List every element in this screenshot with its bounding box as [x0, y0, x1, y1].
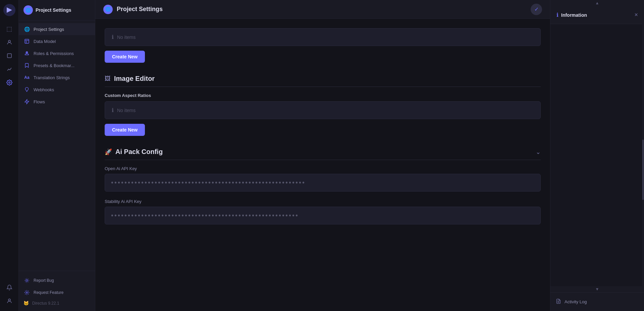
svg-point-9: [26, 52, 28, 53]
stability-ai-key-field[interactable]: ••••••••••••••••••••••••••••••••••••••••…: [105, 207, 541, 224]
right-panel-footer[interactable]: Activity Log: [550, 292, 644, 311]
request-feature-icon: [23, 289, 30, 296]
close-button[interactable]: ×: [634, 11, 638, 18]
sidebar-header-title: Project Settings: [36, 7, 71, 13]
information-icon: ℹ: [556, 12, 558, 18]
translation-icon: Aa: [23, 74, 30, 81]
users-icon[interactable]: [3, 36, 15, 48]
scroll-up-arrow[interactable]: ▲: [550, 0, 644, 6]
scroll-down-arrow[interactable]: ▼: [550, 286, 644, 292]
activity-log-icon: [556, 299, 561, 305]
right-panel-content: [550, 24, 644, 286]
top-section: ℹ No items Create New: [105, 28, 541, 63]
page-title: Project Settings: [117, 6, 527, 13]
svg-rect-5: [25, 39, 29, 43]
sidebar-item-label: Webhooks: [34, 87, 54, 92]
sidebar: 🌐 Project Settings 🌐 Project Settings Da…: [19, 0, 95, 311]
bug-icon: [23, 277, 30, 284]
sidebar-item-project-settings[interactable]: 🌐 Project Settings: [19, 23, 95, 35]
project-settings-icon: 🌐: [23, 26, 30, 33]
top-bar: 🌐 Project Settings ✓: [95, 0, 550, 19]
roles-permissions-icon: [23, 50, 30, 57]
custom-aspect-ratios-label: Custom Aspect Ratios: [105, 93, 541, 98]
image-editor-title: Image Editor: [114, 75, 155, 83]
sidebar-item-label: Data Model: [34, 39, 56, 44]
info-icon-top: ℹ: [112, 34, 114, 40]
no-items-box-image: ℹ No items: [105, 101, 541, 119]
ai-pack-config-section: 🚀 Ai Pack Config ⌄ Open Ai API Key •••••…: [105, 148, 541, 224]
info-icon-image: ℹ: [112, 107, 114, 113]
insights-icon[interactable]: [3, 63, 15, 75]
sidebar-footer: Report Bug Request Feature 🐱 Directus 9.…: [19, 271, 95, 311]
no-items-box-top: ℹ No items: [105, 28, 541, 46]
flows-icon: [23, 98, 30, 105]
sidebar-item-label: Report Bug: [34, 278, 54, 283]
sidebar-item-roles-permissions[interactable]: Roles & Permissions: [19, 47, 95, 59]
ai-pack-icon: 🚀: [105, 148, 112, 156]
no-items-text-top: No items: [117, 35, 136, 40]
top-bar-icon: 🌐: [103, 5, 113, 14]
save-check-button[interactable]: ✓: [531, 4, 542, 15]
main-content: 🌐 Project Settings ✓ ℹ No items Create N…: [95, 0, 550, 311]
chevron-down-icon[interactable]: ⌄: [536, 148, 541, 156]
sidebar-header: 🌐 Project Settings: [19, 0, 95, 20]
ai-pack-config-header: 🚀 Ai Pack Config ⌄: [105, 148, 541, 160]
svg-point-4: [8, 299, 10, 301]
sidebar-item-label: Presets & Bookmar...: [34, 63, 74, 68]
scrollbar[interactable]: [642, 19, 644, 292]
webhooks-icon: [23, 86, 30, 93]
presets-icon: [23, 62, 30, 69]
svg-point-12: [26, 292, 28, 293]
sidebar-item-flows[interactable]: Flows: [19, 96, 95, 108]
data-model-icon: [23, 38, 30, 45]
right-panel-title: Information: [561, 12, 587, 18]
sidebar-header-icon: 🌐: [23, 5, 33, 15]
create-new-button-top[interactable]: Create New: [105, 51, 145, 63]
create-new-button-image[interactable]: Create New: [105, 124, 145, 136]
sidebar-item-label: Flows: [34, 99, 45, 104]
sidebar-item-label: Roles & Permissions: [34, 51, 74, 56]
image-editor-header: 🖼 Image Editor: [105, 75, 541, 87]
sidebar-item-label: Request Feature: [34, 290, 63, 295]
version-label: 🐱 Directus 9.22.1: [19, 299, 95, 308]
right-panel: ▲ ℹ Information × ▼ Activity Log: [550, 0, 644, 311]
sidebar-item-label: Translation Strings: [34, 75, 70, 80]
ai-pack-title: Ai Pack Config: [115, 148, 163, 156]
svg-point-1: [8, 40, 10, 42]
activity-log-label: Activity Log: [565, 299, 587, 304]
bell-icon[interactable]: [3, 281, 15, 294]
app-logo[interactable]: [3, 4, 15, 16]
user-avatar-icon[interactable]: [3, 295, 15, 307]
sidebar-item-label: Project Settings: [34, 27, 64, 32]
image-editor-section: 🖼 Image Editor Custom Aspect Ratios ℹ No…: [105, 75, 541, 136]
sidebar-item-webhooks[interactable]: Webhooks: [19, 84, 95, 96]
scrollbar-thumb: [642, 140, 644, 200]
files-icon[interactable]: [3, 50, 15, 62]
right-panel-header: ℹ Information ×: [550, 6, 644, 24]
no-items-text-image: No items: [117, 108, 136, 113]
sidebar-item-request-feature[interactable]: Request Feature: [19, 287, 95, 299]
open-ai-key-field[interactable]: ••••••••••••••••••••••••••••••••••••••••…: [105, 174, 541, 192]
stability-ai-key-label: Stability Ai API Key: [105, 199, 541, 204]
svg-point-3: [8, 82, 10, 84]
right-panel-title-row: ℹ Information: [556, 12, 587, 18]
settings-icon[interactable]: [3, 76, 15, 89]
svg-point-11: [26, 279, 28, 281]
image-editor-icon: 🖼: [105, 75, 111, 82]
svg-rect-2: [7, 54, 11, 58]
content-area: ℹ No items Create New 🖼 Image Editor Cus…: [95, 19, 550, 311]
svg-marker-10: [25, 99, 29, 104]
sidebar-item-presets[interactable]: Presets & Bookmar...: [19, 59, 95, 71]
sidebar-item-translation-strings[interactable]: Aa Translation Strings: [19, 71, 95, 84]
icon-rail: ⬚: [0, 0, 19, 311]
open-ai-key-label: Open Ai API Key: [105, 166, 541, 171]
sidebar-item-data-model[interactable]: Data Model: [19, 35, 95, 47]
content-icon[interactable]: ⬚: [3, 23, 15, 35]
sidebar-nav: 🌐 Project Settings Data Model Roles & Pe…: [19, 20, 95, 271]
sidebar-item-report-bug[interactable]: Report Bug: [19, 274, 95, 287]
